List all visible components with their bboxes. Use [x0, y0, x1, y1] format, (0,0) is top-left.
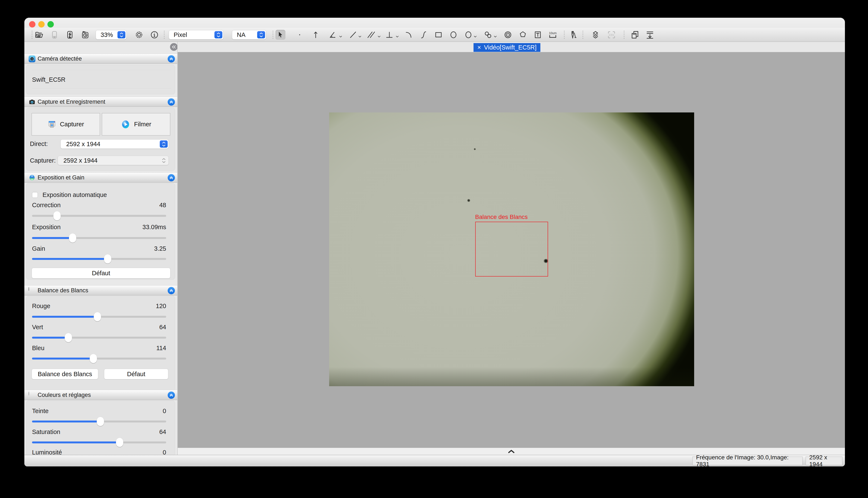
collapse-section-icon[interactable]: [168, 174, 175, 181]
chevron-down-icon[interactable]: [378, 35, 381, 38]
chevron-down-icon[interactable]: [494, 35, 497, 38]
info-icon[interactable]: [150, 30, 159, 40]
copy-icon[interactable]: [630, 30, 640, 40]
chevron-down-icon[interactable]: [339, 35, 342, 38]
collapse-sidebar-button[interactable]: [170, 43, 178, 51]
caliper-icon[interactable]: [568, 30, 578, 40]
direct-label: Direct:: [30, 140, 58, 147]
section-header-capture[interactable]: Capture et Enregistrement: [24, 97, 178, 107]
collapse-section-icon[interactable]: [168, 99, 175, 106]
chevron-down-icon[interactable]: [473, 35, 477, 38]
title-bar[interactable]: [24, 18, 845, 28]
slider-thumb[interactable]: [104, 254, 111, 263]
slider-thumb[interactable]: [116, 438, 123, 447]
close-tab-icon[interactable]: ×: [477, 44, 481, 51]
direct-resolution-select[interactable]: 2592 x 1944: [61, 139, 169, 149]
curve-tool-icon[interactable]: [419, 30, 429, 40]
slider-thumb[interactable]: [65, 333, 72, 342]
linked-circles-tool-icon[interactable]: [483, 30, 493, 40]
minimize-window-button[interactable]: [38, 21, 44, 27]
slider-label-row: Saturation64: [32, 428, 166, 435]
parallel-tool-icon[interactable]: [366, 30, 376, 40]
auto-exposure-checkbox[interactable]: [32, 192, 38, 198]
exposure-slider[interactable]: [32, 233, 166, 243]
concentric-circles-tool-icon[interactable]: [503, 30, 513, 40]
hue-slider[interactable]: [32, 417, 166, 426]
section-header-white-balance[interactable]: Balance des Blancs: [24, 285, 178, 296]
zoom-window-button[interactable]: [48, 21, 54, 27]
angle-tool-icon[interactable]: [328, 30, 338, 40]
resolution-status: 2592 x 1944: [806, 457, 842, 465]
white-balance-button[interactable]: Balance des Blancs: [31, 369, 98, 379]
camera-flash-icon[interactable]: [65, 30, 75, 40]
arrow-tool-icon[interactable]: [311, 30, 321, 40]
csv-export-icon[interactable]: CSV: [607, 30, 616, 40]
export-icon[interactable]: [645, 30, 655, 40]
correction-slider[interactable]: [32, 211, 166, 220]
rectangle-tool-icon[interactable]: [434, 30, 443, 40]
slider-thumb[interactable]: [69, 233, 76, 243]
record-button[interactable]: Filmer: [102, 113, 170, 135]
red-slider[interactable]: [32, 312, 166, 321]
text-tool-icon[interactable]: [533, 30, 543, 40]
webcam-icon: [29, 55, 36, 62]
app-window: 33% Pixel NA: [24, 18, 845, 467]
section-header-camera[interactable]: Caméra détectée: [24, 54, 178, 64]
saturation-slider[interactable]: [32, 437, 166, 447]
capturer-label: Capturer:: [30, 157, 58, 164]
stepper-icon: [257, 31, 265, 38]
frame-rate-status: Fréquence de l'Image: 30.0,Image: 7831: [692, 457, 803, 465]
white-balance-roi-box[interactable]: [475, 222, 548, 276]
exposure-default-button[interactable]: Défaut: [31, 268, 170, 278]
unit-select[interactable]: Pixel: [169, 30, 224, 39]
white-balance-icon: [29, 287, 36, 294]
slider-thumb[interactable]: [53, 211, 61, 220]
gear-icon[interactable]: [134, 30, 144, 40]
circle-tool-icon[interactable]: [463, 30, 473, 40]
collapse-section-icon[interactable]: [168, 55, 175, 63]
slider-thumb[interactable]: [94, 312, 101, 321]
capture-button[interactable]: Capturer: [31, 113, 100, 135]
perpendicular-tool-icon[interactable]: [384, 30, 394, 40]
arc-tool-icon[interactable]: [404, 30, 413, 40]
layers-icon[interactable]: [590, 30, 600, 40]
chevron-down-icon[interactable]: [358, 35, 361, 38]
close-window-button[interactable]: [29, 21, 36, 27]
capturer-resolution-select[interactable]: 2592 x 1944: [58, 156, 169, 165]
slider-track[interactable]: [32, 215, 166, 217]
video-frame[interactable]: Balance des Blancs: [329, 113, 694, 386]
line-tool-icon[interactable]: [348, 30, 358, 40]
scalebar-text: 10um: [549, 31, 557, 35]
zoom-level-select[interactable]: 33%: [96, 30, 126, 39]
gain-slider[interactable]: [32, 254, 166, 263]
toolbar-separator: [583, 31, 583, 39]
slider-thumb[interactable]: [90, 354, 97, 363]
tab-video[interactable]: × Vidéo[Swift_EC5R]: [473, 43, 540, 52]
cursor-icon[interactable]: [276, 30, 285, 40]
collapse-section-icon[interactable]: [168, 287, 175, 294]
blue-slider[interactable]: [32, 354, 166, 363]
polygon-tool-icon[interactable]: [518, 30, 528, 40]
point-tool-icon[interactable]: [295, 30, 305, 40]
green-slider[interactable]: [32, 333, 166, 342]
section-header-color-adjust[interactable]: Couleurs et réglages: [24, 390, 178, 400]
screen: 33% Pixel NA: [0, 0, 868, 498]
slider-label-row: Vert64: [32, 324, 166, 331]
scalebar-tool-icon[interactable]: 10um: [548, 30, 558, 40]
collapse-section-icon[interactable]: [168, 392, 175, 399]
white-balance-default-button[interactable]: Défaut: [104, 369, 168, 379]
na-select[interactable]: NA: [232, 30, 266, 39]
chevron-down-icon[interactable]: [396, 35, 399, 38]
capture-button-label: Capturer: [60, 121, 84, 128]
camera-timer-icon[interactable]: [80, 30, 90, 40]
open-folder-icon[interactable]: [34, 30, 44, 40]
toolbar-separator: [31, 31, 33, 39]
slider-thumb[interactable]: [97, 417, 104, 426]
ellipse-tool-icon[interactable]: [448, 30, 458, 40]
section-header-exposure[interactable]: Exposition et Gain: [24, 172, 178, 183]
camera-name-row[interactable]: Swift_EC5R: [32, 76, 166, 83]
chevron-up-icon[interactable]: [508, 449, 515, 454]
zoom-level-value: 33%: [101, 31, 113, 38]
section-title: Caméra détectée: [38, 55, 82, 62]
save-device-icon[interactable]: [50, 30, 59, 40]
